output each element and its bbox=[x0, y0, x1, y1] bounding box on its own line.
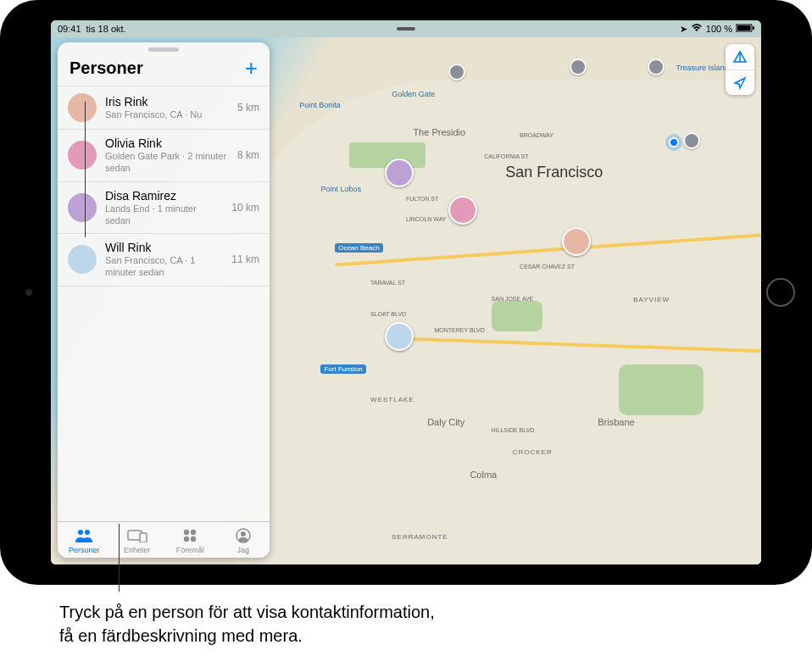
tab-label: Enheter bbox=[124, 546, 151, 554]
map-label-daly: Daly City bbox=[427, 417, 464, 427]
multitask-indicator[interactable] bbox=[397, 27, 415, 31]
map-label-ocean-beach: Ocean Beach bbox=[335, 243, 382, 253]
people-list[interactable]: Iris Rink San Francisco, CA · Nu 5 km Ol… bbox=[58, 86, 270, 521]
svg-point-12 bbox=[241, 531, 246, 536]
avatar bbox=[68, 245, 97, 274]
person-row[interactable]: Will Rink San Francisco, CA · 1 minuter … bbox=[58, 233, 270, 286]
svg-point-8 bbox=[191, 530, 196, 535]
person-row[interactable]: Disa Ramirez Lands End · 1 minuter sedan… bbox=[58, 181, 270, 234]
map-label-bayview: BAYVIEW bbox=[633, 296, 670, 303]
svg-point-4 bbox=[85, 530, 90, 535]
map-label-presidio: The Presidio bbox=[413, 127, 465, 137]
ipad-frame: 09:41 tis 18 okt. ➤ 100 % bbox=[0, 0, 812, 585]
map-label-colma: Colma bbox=[470, 470, 497, 480]
screen: 09:41 tis 18 okt. ➤ 100 % bbox=[51, 20, 761, 564]
map-label-crocker: CROCKER bbox=[513, 448, 553, 456]
tab-items[interactable]: Föremål bbox=[164, 522, 217, 558]
park-candlestick bbox=[619, 364, 704, 415]
tab-bar: Personer Enheter Föremål bbox=[58, 521, 270, 558]
map-label-taraval: TARAVAL ST bbox=[370, 280, 405, 286]
tab-label: Jag bbox=[236, 546, 249, 554]
tab-people[interactable]: Personer bbox=[58, 522, 111, 558]
person-distance: 5 km bbox=[237, 102, 259, 114]
poi-gg-bridge[interactable] bbox=[448, 64, 465, 81]
map-settings-button[interactable] bbox=[726, 44, 754, 69]
map-avatar-disa[interactable] bbox=[385, 158, 414, 187]
panel-title: Personer bbox=[70, 58, 143, 78]
avatar bbox=[68, 141, 97, 170]
app-body: San Francisco Daly City Brisbane Colma T… bbox=[51, 37, 761, 564]
status-date: tis 18 okt. bbox=[86, 24, 126, 34]
poi-treasure[interactable] bbox=[648, 58, 665, 75]
svg-point-7 bbox=[184, 530, 189, 535]
map-label-fort-funston: Fort Funston bbox=[320, 364, 365, 374]
tab-me[interactable]: Jag bbox=[217, 522, 270, 558]
poi-alcatraz[interactable] bbox=[570, 58, 587, 75]
items-icon bbox=[182, 527, 197, 544]
caption: Tryck på en person för att visa kontakti… bbox=[0, 585, 812, 648]
add-person-button[interactable]: + bbox=[245, 57, 258, 79]
caption-line: få en färdbeskrivning med mera. bbox=[59, 624, 753, 648]
map-label-serramonte: SERRAMONTE bbox=[392, 533, 448, 541]
me-icon bbox=[236, 527, 251, 544]
poi-ferry[interactable] bbox=[683, 132, 700, 149]
map-label-california: CALIFORNIA ST bbox=[484, 153, 529, 159]
map-label-broadway: BROADWAY bbox=[520, 132, 553, 138]
map-label-golden-gate: Golden Gate bbox=[392, 90, 435, 98]
locate-me-button[interactable] bbox=[726, 69, 754, 95]
person-subtitle: San Francisco, CA · Nu bbox=[105, 108, 229, 120]
people-panel: Personer + Iris Rink San Francisco, CA ·… bbox=[58, 42, 270, 558]
map-label-brisbane: Brisbane bbox=[598, 417, 634, 427]
camera-dot bbox=[25, 289, 32, 296]
devices-icon bbox=[127, 527, 147, 544]
avatar bbox=[68, 193, 97, 222]
map-label-cesar: CESAR CHAVEZ ST bbox=[520, 264, 575, 270]
person-row[interactable]: Iris Rink San Francisco, CA · Nu 5 km bbox=[58, 86, 270, 129]
wifi-icon bbox=[691, 24, 703, 34]
person-subtitle: Lands End · 1 minuter sedan bbox=[105, 203, 223, 227]
status-bar: 09:41 tis 18 okt. ➤ 100 % bbox=[51, 20, 761, 37]
map-label-fulton: FULTON ST bbox=[406, 196, 438, 202]
person-distance: 10 km bbox=[231, 202, 259, 214]
person-name: Olivia Rink bbox=[105, 136, 229, 150]
person-name: Will Rink bbox=[105, 241, 223, 254]
person-subtitle: Golden Gate Park · 2 minuter sedan bbox=[105, 150, 229, 175]
map-label-sloat: SLOAT BLVD bbox=[370, 311, 406, 317]
map-avatar-will[interactable] bbox=[385, 322, 414, 351]
avatar bbox=[68, 93, 97, 122]
map-controls bbox=[726, 44, 754, 95]
map-label-point-bonita: Point Bonita bbox=[299, 101, 341, 109]
park-mclaren bbox=[492, 301, 542, 331]
callout-line bbox=[85, 102, 86, 237]
svg-rect-2 bbox=[753, 26, 754, 30]
map-city-label: San Francisco bbox=[505, 164, 603, 181]
map-label-lincoln: LINCOLN WAY bbox=[406, 216, 446, 222]
person-subtitle: San Francisco, CA · 1 minuter sedan bbox=[105, 254, 223, 279]
person-name: Iris Rink bbox=[105, 95, 229, 108]
map-avatar-olivia[interactable] bbox=[448, 196, 477, 225]
tab-label: Föremål bbox=[176, 546, 204, 554]
svg-point-10 bbox=[191, 536, 196, 542]
callout-line bbox=[119, 524, 120, 592]
caption-line: Tryck på en person för att visa kontakti… bbox=[59, 600, 753, 624]
person-name: Disa Ramirez bbox=[105, 189, 223, 203]
tab-label: Personer bbox=[69, 546, 100, 554]
location-arrow-icon: ➤ bbox=[680, 24, 687, 35]
map-label-monterey: MONTEREY BLVD bbox=[435, 327, 485, 333]
home-button[interactable] bbox=[766, 278, 795, 307]
map-label-hillside: HILLSIDE BLVD bbox=[492, 427, 535, 433]
person-distance: 11 km bbox=[231, 253, 259, 265]
svg-rect-1 bbox=[737, 25, 751, 31]
panel-header: Personer + bbox=[58, 53, 270, 86]
battery-icon bbox=[736, 24, 754, 34]
map-label-westlake: WESTLAKE bbox=[370, 396, 414, 403]
drag-handle[interactable] bbox=[148, 47, 179, 52]
svg-point-9 bbox=[184, 536, 189, 542]
status-time: 09:41 bbox=[58, 24, 81, 34]
person-row[interactable]: Olivia Rink Golden Gate Park · 2 minuter… bbox=[58, 129, 270, 181]
map-label-point-lobos: Point Lobos bbox=[320, 185, 361, 193]
battery-pct: 100 % bbox=[706, 24, 732, 34]
map-label-treasure: Treasure Island bbox=[676, 64, 728, 72]
people-icon bbox=[75, 527, 93, 544]
map-label-sanjose: SAN JOSE AVE bbox=[492, 296, 534, 302]
